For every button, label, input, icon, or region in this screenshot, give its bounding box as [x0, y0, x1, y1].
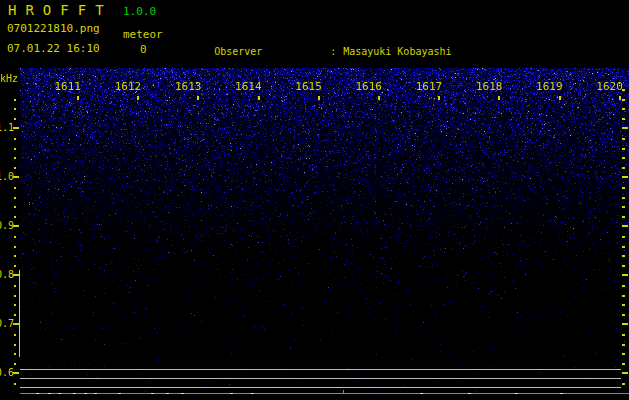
freq-minor-tick-right [622, 295, 625, 297]
freq-axis-unit: kHz [0, 73, 18, 84]
signal-baseline [20, 393, 629, 394]
time-tick-mark [498, 96, 500, 100]
freq-minor-tick-right [622, 148, 625, 150]
freq-minor-tick-right [622, 157, 625, 159]
time-tick-label: 1617 [415, 80, 442, 93]
freq-minor-tick [14, 314, 16, 316]
signal-highlight [48, 393, 51, 394]
time-tick-mark [559, 96, 561, 100]
freq-minor-tick [14, 167, 16, 169]
freq-minor-tick-right [622, 216, 625, 218]
freq-minor-tick [14, 108, 16, 110]
freq-minor-tick [14, 353, 16, 355]
freq-minor-tick-right [622, 363, 625, 365]
time-tick-mark [438, 96, 440, 100]
signal-highlight [151, 393, 154, 394]
freq-minor-tick-right [622, 206, 625, 208]
echo-count: 0 [140, 43, 147, 56]
freq-minor-tick [14, 157, 16, 159]
time-tick-mark [258, 96, 260, 100]
freq-major-tick [13, 323, 19, 325]
time-tick-label: 1611 [54, 80, 81, 93]
freq-tick-label: 0.8 [0, 269, 14, 280]
level-grid-line [20, 369, 621, 370]
signal-highlight [84, 393, 87, 394]
freq-minor-tick-right [622, 255, 625, 257]
time-tick-label: 1612 [114, 80, 141, 93]
signal-highlight [118, 393, 121, 394]
signal-highlight [166, 393, 169, 394]
info-value: Masayuki Kobayashi [343, 46, 451, 57]
signal-highlight [94, 393, 97, 394]
output-filename: 0701221810.png [7, 22, 100, 35]
freq-minor-tick-right [622, 246, 625, 248]
freq-minor-tick [14, 265, 16, 267]
freq-minor-tick [14, 344, 16, 346]
info-row-observer: Observer:Masayuki Kobayashi [178, 30, 626, 45]
hrofft-screen: HROFFT 1.0.0 0701221810.png meteor 0 07.… [0, 0, 629, 400]
freq-minor-tick [14, 383, 16, 385]
freq-minor-tick [14, 285, 16, 287]
signal-highlight [468, 393, 471, 394]
freq-minor-tick-right [622, 334, 625, 336]
signal-highlight [36, 393, 39, 394]
freq-minor-tick [14, 148, 16, 150]
level-grid-line [20, 387, 621, 388]
freq-tick-label: 0.7 [0, 318, 14, 329]
freq-minor-tick-right [622, 108, 625, 110]
freq-minor-tick [14, 255, 16, 257]
signal-highlight [181, 393, 184, 394]
signal-highlight [230, 393, 233, 394]
freq-minor-tick [14, 246, 16, 248]
freq-minor-tick [14, 206, 16, 208]
time-tick-mark [77, 96, 79, 100]
freq-major-tick [13, 274, 19, 276]
app-title: HROFFT [8, 2, 113, 18]
freq-minor-tick [14, 216, 16, 218]
mode-label: meteor [123, 28, 163, 41]
freq-tick-label: 0.6 [0, 367, 14, 378]
freq-minor-tick-right [622, 89, 625, 91]
freq-minor-tick-right [622, 167, 625, 169]
freq-tick-label: 1.0 [0, 171, 14, 182]
freq-major-tick-right [622, 225, 628, 227]
freq-tick-label: 0.9 [0, 220, 14, 231]
level-grid-line [20, 378, 621, 379]
freq-major-tick-right [622, 372, 628, 374]
freq-minor-tick [14, 304, 16, 306]
freq-minor-tick [14, 118, 16, 120]
time-tick-label: 1615 [295, 80, 322, 93]
time-tick-label: 1616 [355, 80, 382, 93]
spectrogram-noise-canvas [20, 68, 629, 393]
time-tick-mark [318, 96, 320, 100]
time-tick-mark [197, 96, 199, 100]
signal-highlight [420, 393, 423, 394]
freq-minor-tick [14, 197, 16, 199]
freq-minor-tick-right [622, 99, 625, 101]
freq-minor-tick [14, 334, 16, 336]
freq-major-tick-right [622, 127, 628, 129]
freq-major-tick-right [622, 274, 628, 276]
signal-highlight [515, 393, 518, 394]
info-separator: : [330, 46, 336, 57]
freq-minor-tick-right [622, 265, 625, 267]
freq-minor-tick [14, 363, 16, 365]
freq-minor-tick [14, 236, 16, 238]
time-tick-label: 1618 [475, 80, 502, 93]
freq-tick-label: 1.1 [0, 122, 14, 133]
freq-major-tick-right [622, 176, 628, 178]
freq-minor-tick-right [622, 138, 625, 140]
freq-minor-tick-right [622, 314, 625, 316]
time-tick-mark [137, 96, 139, 100]
freq-minor-tick-right [622, 236, 625, 238]
info-label: Observer [214, 45, 330, 60]
time-tick-mark [619, 96, 621, 100]
datetime-label: 07.01.22 16:10 [7, 42, 100, 55]
freq-minor-tick-right [622, 187, 625, 189]
freq-major-tick [13, 372, 19, 374]
freq-minor-tick [14, 187, 16, 189]
signal-highlight [560, 393, 563, 394]
signal-highlight [251, 393, 254, 394]
time-tick-label: 1620 [596, 80, 623, 93]
freq-minor-tick-right [622, 197, 625, 199]
